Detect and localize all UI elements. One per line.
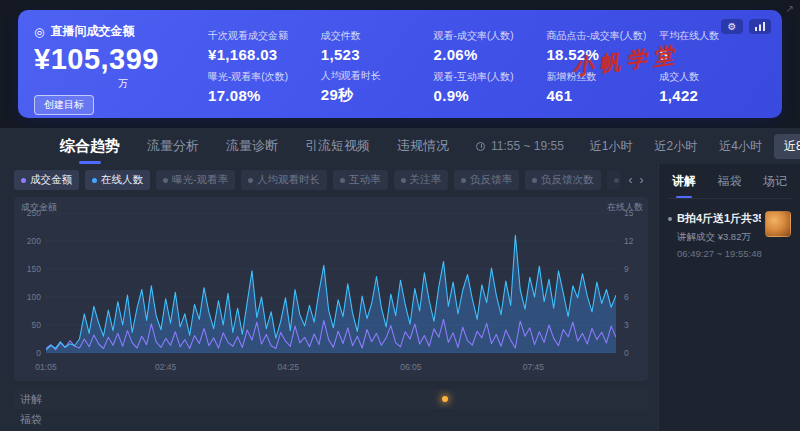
tab-traffic-diagnosis[interactable]: 流量诊断 <box>226 137 278 155</box>
metric-value: 1,422 <box>659 87 762 104</box>
item-deal-amount: 讲解成交 ¥3.82万 <box>677 231 761 244</box>
legend-dot <box>532 178 537 183</box>
target-icon: ◎ <box>34 26 44 38</box>
range-1h-button[interactable]: 近1小时 <box>580 134 643 159</box>
x-axis-ticks: 01:0502:4504:2506:0507:45 <box>46 362 616 373</box>
live-dashboard: ↗ ◎ 直播间成交金额 ¥105,399 万 创建目标 千次观看成交金额 ¥1,… <box>0 0 800 431</box>
track-label: 福袋 <box>20 412 42 427</box>
metric-cell: 新增粉丝数 461 <box>546 67 649 109</box>
metric-grid: 千次观看成交金额 ¥1,168.03 成交件数 1,523 观看-成交率(人数)… <box>194 23 766 108</box>
metric-value: 2.06% <box>434 46 537 63</box>
panel-icons: ⚙ <box>721 19 771 34</box>
metric-legend: 成交金额 在线人数 曝光-观看率 人均观看时长 互动率 关注率 负反馈率 负反馈… <box>14 167 648 193</box>
track-explain: 讲解 <box>14 389 648 409</box>
chart-column: 成交金额 在线人数 曝光-观看率 人均观看时长 互动率 关注率 负反馈率 负反馈… <box>0 164 658 431</box>
legend-pill-negative-rate[interactable]: 负反馈率 <box>454 170 519 190</box>
range-4h-button[interactable]: 近4小时 <box>709 134 772 159</box>
explain-marker-dot[interactable] <box>442 396 448 402</box>
legend-pill-avg-watch[interactable]: 人均观看时长 <box>241 170 327 190</box>
metric-label: 观看-成交率(人数) <box>434 29 537 43</box>
metric-cell: 观看-成交率(人数) 2.06% <box>434 25 537 67</box>
metric-value: 29秒 <box>321 86 424 105</box>
metric-label: 人均观看时长 <box>321 69 424 83</box>
side-tab-explain[interactable]: 讲解 <box>672 173 696 190</box>
legend-pill-per-mille[interactable]: 千次观看成交金额 <box>607 170 621 190</box>
legend-label: 人均观看时长 <box>257 173 320 187</box>
trend-chart[interactable]: 成交金额 在线人数 250200150100500 15129630 01:05… <box>14 197 648 381</box>
legend-pill-follow[interactable]: 关注率 <box>394 170 449 190</box>
legend-label: 互动率 <box>349 173 381 187</box>
metric-cell: 商品点击-成交率(人数) 18.52% <box>546 25 649 67</box>
track-label: 讲解 <box>20 392 42 407</box>
item-title: B拍4斤送1斤共35-4... <box>677 211 761 226</box>
range-2h-button[interactable]: 近2小时 <box>645 134 708 159</box>
event-tracks: 讲解 福袋 <box>14 389 648 429</box>
side-panel: 讲解 福袋 场记 B拍4斤送1斤共35-4... 讲解成交 ¥3.82万 06:… <box>658 164 800 431</box>
gmv-hero: ◎ 直播间成交金额 ¥105,399 万 创建目标 <box>34 23 194 108</box>
metric-label: 千次观看成交金额 <box>208 29 311 43</box>
create-goal-button[interactable]: 创建目标 <box>34 95 94 115</box>
track-luckybag: 福袋 <box>14 409 648 429</box>
metric-label: 成交人数 <box>659 70 762 84</box>
legend-pill-interaction[interactable]: 互动率 <box>333 170 388 190</box>
time-range-text: 11:55 ~ 19:55 <box>491 139 564 153</box>
range-8h-button[interactable]: 近8小时 <box>774 134 800 159</box>
range-buttons: 近1小时 近2小时 近4小时 近8小时 <box>580 134 800 159</box>
time-range: 11:55 ~ 19:55 <box>476 139 564 153</box>
metric-value: 17.08% <box>208 87 311 104</box>
legend-dot <box>461 178 466 183</box>
legend-next-icon[interactable]: › <box>640 173 644 187</box>
left-axis-ticks: 250200150100500 <box>18 213 41 353</box>
item-time-range: 06:49:27 ~ 19:55:48 <box>677 248 761 259</box>
metric-cell: 成交件数 1,523 <box>321 25 424 67</box>
side-tab-log[interactable]: 场记 <box>763 173 787 190</box>
expand-icon[interactable]: ↗ <box>786 3 794 14</box>
legend-label: 成交金额 <box>30 173 72 187</box>
legend-label: 曝光-观看率 <box>172 173 228 187</box>
item-bullet <box>668 217 672 221</box>
legend-pill-exposure-view[interactable]: 曝光-观看率 <box>156 170 235 190</box>
track-rail <box>46 389 616 409</box>
legend-prev-icon[interactable]: ‹ <box>629 173 633 187</box>
legend-dot <box>92 178 97 183</box>
metric-cell: 观看-互动率(人数) 0.9% <box>434 67 537 109</box>
tab-bar: 综合趋势 流量分析 流量诊断 引流短视频 违规情况 11:55 ~ 19:55 … <box>0 128 800 164</box>
legend-label: 负反馈次数 <box>541 173 594 187</box>
legend-dot <box>340 178 345 183</box>
tab-overall-trend[interactable]: 综合趋势 <box>60 137 120 156</box>
gmv-title-text: 直播间成交金额 <box>50 23 134 40</box>
legend-pill-online[interactable]: 在线人数 <box>85 170 150 190</box>
legend-pill-negative-count[interactable]: 负反馈次数 <box>525 170 601 190</box>
metric-value: 18.52% <box>546 46 649 63</box>
metric-value: 5 <box>659 46 762 63</box>
gmv-value: ¥105,399 <box>34 45 194 74</box>
chart-canvas <box>46 213 616 353</box>
item-main: B拍4斤送1斤共35-4... 讲解成交 ¥3.82万 06:49:27 ~ 1… <box>677 211 761 259</box>
metric-label: 新增粉丝数 <box>546 70 649 84</box>
signal-icon[interactable] <box>749 19 771 34</box>
side-tab-luckybag[interactable]: 福袋 <box>718 173 742 190</box>
legend-pager: ‹ › <box>629 173 644 187</box>
metric-cell: 曝光-观看率(次数) 17.08% <box>208 67 311 109</box>
side-tabs: 讲解 福袋 场记 <box>668 171 791 199</box>
summary-panel: ◎ 直播间成交金额 ¥105,399 万 创建目标 千次观看成交金额 ¥1,16… <box>18 10 782 118</box>
gear-icon[interactable]: ⚙ <box>721 19 743 34</box>
metric-label: 观看-互动率(人数) <box>434 70 537 84</box>
metric-label: 商品点击-成交率(人数) <box>546 29 649 43</box>
legend-pill-gmv[interactable]: 成交金额 <box>14 170 79 190</box>
legend-label: 关注率 <box>410 173 442 187</box>
metric-value: 461 <box>546 87 649 104</box>
tab-violations[interactable]: 违规情况 <box>397 137 449 155</box>
explain-item[interactable]: B拍4斤送1斤共35-4... 讲解成交 ¥3.82万 06:49:27 ~ 1… <box>668 211 791 259</box>
legend-dot <box>401 178 406 183</box>
tab-traffic-analysis[interactable]: 流量分析 <box>147 137 199 155</box>
legend-label: 负反馈率 <box>470 173 512 187</box>
metric-cell: 人均观看时长 29秒 <box>321 67 424 109</box>
product-thumbnail <box>765 211 791 237</box>
metric-label: 成交件数 <box>321 29 424 43</box>
plot-area[interactable] <box>46 213 616 353</box>
metric-label: 曝光-观看率(次数) <box>208 70 311 84</box>
top-section: ↗ ◎ 直播间成交金额 ¥105,399 万 创建目标 千次观看成交金额 ¥1,… <box>0 0 800 128</box>
tab-short-video[interactable]: 引流短视频 <box>305 137 370 155</box>
right-axis-ticks: 15129630 <box>624 213 642 353</box>
